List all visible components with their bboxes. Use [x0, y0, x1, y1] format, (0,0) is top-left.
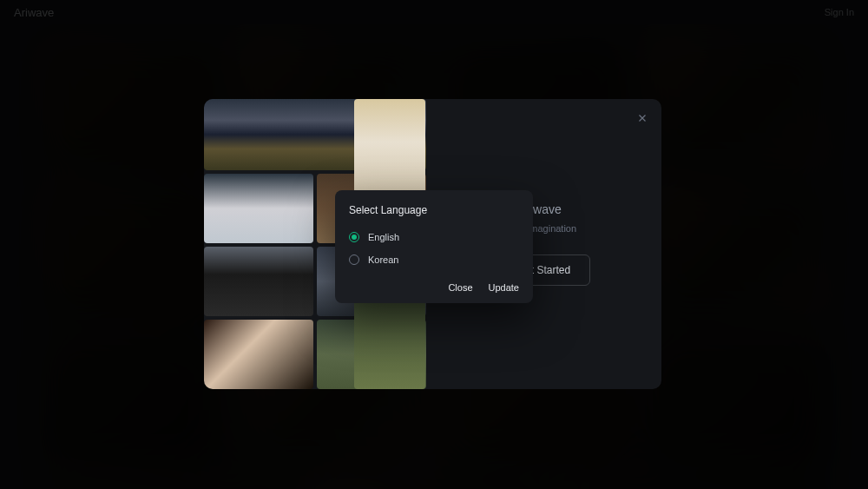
radio-icon — [349, 232, 359, 242]
language-label: English — [368, 232, 399, 242]
thumb-image — [204, 247, 313, 316]
language-options: English Korean — [349, 232, 519, 265]
language-modal: Select Language English Korean Close Upd… — [335, 190, 533, 303]
radio-icon — [349, 254, 359, 265]
close-button[interactable]: Close — [448, 282, 472, 293]
thumb-image — [204, 174, 313, 243]
language-label: Korean — [368, 254, 398, 265]
thumb-image — [204, 320, 313, 389]
language-modal-actions: Close Update — [349, 282, 519, 293]
update-button[interactable]: Update — [489, 282, 519, 293]
language-modal-title: Select Language — [349, 204, 519, 216]
close-icon[interactable] — [635, 111, 649, 125]
language-option-korean[interactable]: Korean — [349, 254, 519, 265]
language-option-english[interactable]: English — [349, 232, 519, 242]
